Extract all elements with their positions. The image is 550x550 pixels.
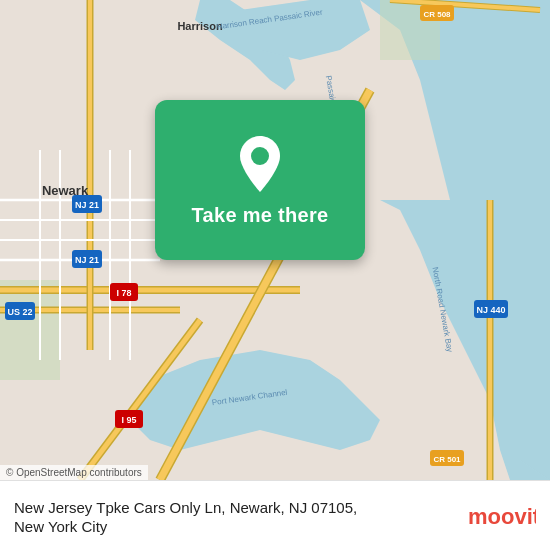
- svg-text:I 95: I 95: [121, 415, 136, 425]
- svg-text:Newark: Newark: [42, 183, 89, 198]
- map-container: NJ 21 NJ 21 US 22 I 78 I 95 NJ 440 CR 50…: [0, 0, 550, 550]
- copyright-notice: © OpenStreetMap contributors: [0, 465, 148, 480]
- svg-text:CR 508: CR 508: [423, 10, 451, 19]
- svg-text:NJ 21: NJ 21: [75, 200, 99, 210]
- take-me-there-label: Take me there: [192, 204, 329, 227]
- address-info: New Jersey Tpke Cars Only Ln, Newark, NJ…: [14, 497, 456, 535]
- take-me-there-card[interactable]: Take me there: [155, 100, 365, 260]
- moovit-logo: moovit: [466, 500, 536, 532]
- svg-text:NJ 440: NJ 440: [476, 305, 505, 315]
- svg-text:US 22: US 22: [7, 307, 32, 317]
- svg-text:CR 501: CR 501: [433, 455, 461, 464]
- location-pin-icon: [235, 134, 285, 194]
- address-line1: New Jersey Tpke Cars Only Ln, Newark, NJ…: [14, 497, 456, 518]
- address-line2: New York City: [14, 518, 456, 535]
- svg-text:NJ 21: NJ 21: [75, 255, 99, 265]
- svg-rect-6: [0, 280, 60, 380]
- svg-text:I 78: I 78: [116, 288, 131, 298]
- svg-text:moovit: moovit: [468, 504, 536, 529]
- svg-point-56: [251, 147, 269, 165]
- info-bar: New Jersey Tpke Cars Only Ln, Newark, NJ…: [0, 480, 550, 550]
- moovit-logo-svg: moovit: [466, 500, 536, 532]
